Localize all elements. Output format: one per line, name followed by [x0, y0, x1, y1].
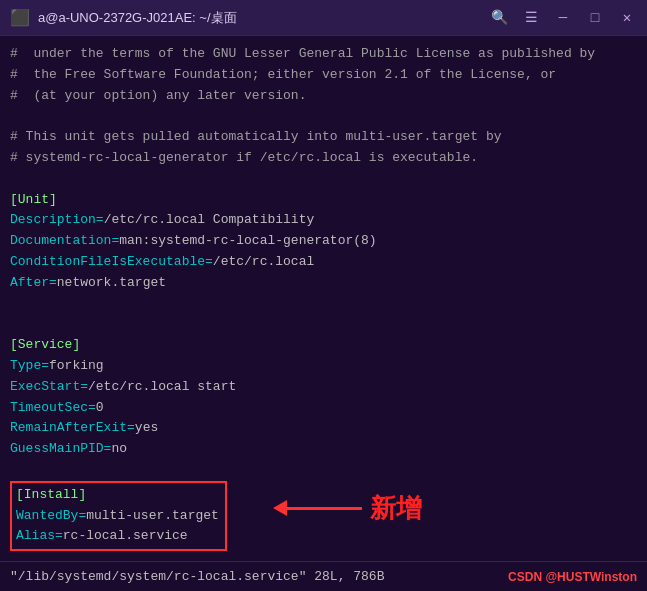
terminal-icon: ⬛ — [10, 8, 30, 28]
line-after: After=network.target — [10, 273, 637, 294]
line-1: # under the terms of the GNU Lesser Gene… — [10, 44, 637, 65]
titlebar-title: a@a-UNO-2372G-J021AE: ~/桌面 — [38, 9, 237, 27]
line-execstart: ExecStart=/etc/rc.local start — [10, 377, 637, 398]
statusbar-file-info: "/lib/systemd/system/rc-local.service" 2… — [10, 569, 384, 584]
arrow-line — [287, 507, 362, 510]
search-button[interactable]: 🔍 — [489, 8, 509, 28]
line-blank-5 — [10, 460, 637, 481]
line-documentation: Documentation=man:systemd-rc-local-gener… — [10, 231, 637, 252]
line-4: # This unit gets pulled automatically in… — [10, 127, 637, 148]
arrow-container — [273, 500, 362, 516]
line-wantedby: WantedBy=multi-user.target — [16, 506, 219, 527]
line-3: # (at your option) any later version. — [10, 86, 637, 107]
line-blank-1 — [10, 106, 637, 127]
install-section-wrapper: [Install] WantedBy=multi-user.target Ali… — [10, 481, 227, 551]
install-box: [Install] WantedBy=multi-user.target Ali… — [10, 481, 227, 551]
line-blank-4 — [10, 314, 637, 335]
line-unit: [Unit] — [10, 190, 637, 211]
line-condition: ConditionFileIsExecutable=/etc/rc.local — [10, 252, 637, 273]
titlebar-left: ⬛ a@a-UNO-2372G-J021AE: ~/桌面 — [10, 8, 237, 28]
line-2: # the Free Software Foundation; either v… — [10, 65, 637, 86]
minimize-button[interactable]: ─ — [553, 8, 573, 28]
line-install: [Install] — [16, 485, 219, 506]
titlebar: ⬛ a@a-UNO-2372G-J021AE: ~/桌面 🔍 ☰ ─ □ ✕ — [0, 0, 647, 36]
line-alias: Alias=rc-local.service — [16, 526, 219, 547]
line-timeoutsec: TimeoutSec=0 — [10, 398, 637, 419]
statusbar-watermark: CSDN @HUSTWinston — [508, 570, 637, 584]
maximize-button[interactable]: □ — [585, 8, 605, 28]
line-blank-3 — [10, 294, 637, 315]
line-remainafterexit: RemainAfterExit=yes — [10, 418, 637, 439]
terminal-content: # under the terms of the GNU Lesser Gene… — [0, 36, 647, 561]
line-5: # systemd-rc-local-generator if /etc/rc.… — [10, 148, 637, 169]
titlebar-controls: 🔍 ☰ ─ □ ✕ — [489, 8, 637, 28]
statusbar: "/lib/systemd/system/rc-local.service" 2… — [0, 561, 647, 591]
line-type: Type=forking — [10, 356, 637, 377]
menu-button[interactable]: ☰ — [521, 8, 541, 28]
line-service: [Service] — [10, 335, 637, 356]
line-description: Description=/etc/rc.local Compatibility — [10, 210, 637, 231]
arrow-head — [273, 500, 287, 516]
new-label: 新增 — [370, 491, 422, 526]
line-guessmainpid: GuessMainPID=no — [10, 439, 637, 460]
annotation-container: 新增 — [273, 491, 422, 526]
line-blank-2 — [10, 169, 637, 190]
close-button[interactable]: ✕ — [617, 8, 637, 28]
